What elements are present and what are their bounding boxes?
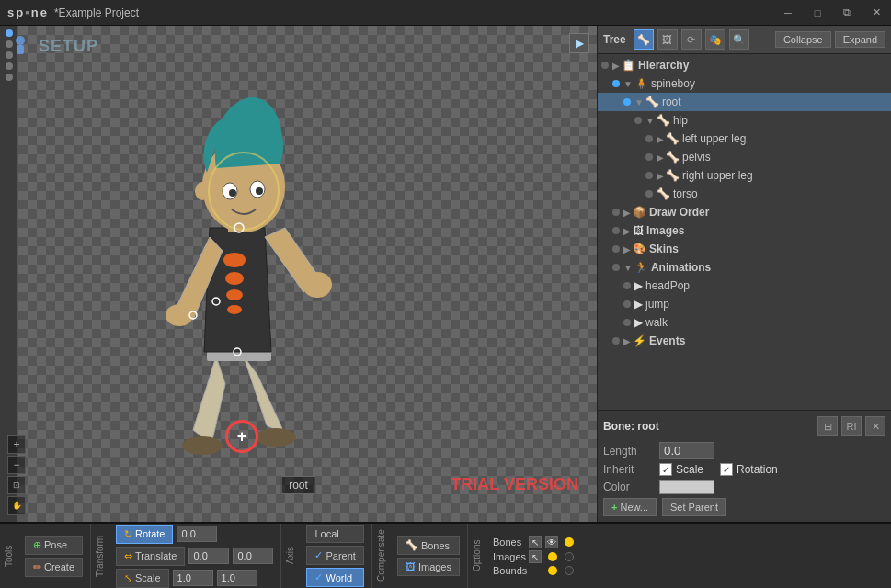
props-close[interactable]: ✕	[865, 416, 885, 436]
compensate-buttons: 🦴 Bones 🖼 Images	[390, 524, 468, 588]
rotate-button[interactable]: ↻ Rotate	[116, 525, 173, 544]
color-label: Color	[603, 481, 654, 493]
tree-row-images[interactable]: ▶ 🖼 Images	[598, 221, 891, 240]
project-title: *Example Project	[54, 6, 139, 19]
new-button[interactable]: + New...	[603, 498, 657, 516]
visibility-dot	[623, 98, 631, 106]
tree-row-left-upper-leg[interactable]: ▶ 🦴 left upper leg	[598, 130, 891, 148]
root-bone-target[interactable]	[225, 420, 258, 453]
length-label: Length	[603, 445, 654, 458]
tree-row-skins[interactable]: ▶ 🎨 Skins	[598, 240, 891, 258]
close-button[interactable]: ✕	[862, 0, 891, 26]
scale-y-value[interactable]	[217, 570, 257, 586]
scale-button[interactable]: ⤡ Scale	[116, 569, 169, 588]
color-picker[interactable]	[659, 480, 714, 494]
axis-buttons: Local ✓ Parent ✓ World	[299, 524, 371, 588]
world-button[interactable]: ✓ World	[306, 568, 363, 587]
visibility-dot	[623, 300, 631, 308]
character-icon	[7, 33, 33, 59]
bone-filter-btn[interactable]: 🦴	[634, 29, 654, 50]
viewport[interactable]: SETUP ▶	[0, 26, 597, 522]
zoom-in-button[interactable]: +	[7, 435, 26, 454]
bones-compensate-button[interactable]: 🦴 Bones	[397, 536, 460, 555]
visibility-dot	[623, 319, 631, 326]
tree-row-events[interactable]: ▶ ⚡ Events	[598, 332, 891, 350]
tree-row-right-upper-leg[interactable]: ▶ 🦴 right upper leg	[598, 166, 891, 185]
options-grid: Bones ↖ 👁 Images ↖ Bounds	[485, 524, 584, 588]
create-button[interactable]: ✏ Create	[25, 558, 83, 577]
bones-dot	[565, 537, 574, 547]
compensate-label: Compensate	[372, 524, 390, 588]
tree-row-animations[interactable]: ▼ 🏃 Animations	[598, 258, 891, 277]
image-filter-btn[interactable]: 🖼	[657, 29, 678, 50]
inherit-row: Inherit Scale Rotation	[603, 463, 885, 476]
tree-row-pelvis[interactable]: ▶ 🦴 pelvis	[598, 148, 891, 166]
tree-row-root[interactable]: ▼ 🦴 root	[598, 93, 891, 111]
tree-row-headpop[interactable]: ▶ headPop	[598, 277, 891, 295]
minimize-button[interactable]: ─	[773, 0, 803, 26]
play-button[interactable]: ▶	[569, 33, 589, 53]
path-filter-btn[interactable]: ⟳	[681, 29, 702, 50]
tree-row-jump[interactable]: ▶ jump	[598, 295, 891, 313]
tools-label: Tools	[0, 524, 17, 588]
tools-section: Tools ⊕ Pose ✏ Create	[0, 524, 91, 588]
collapse-button[interactable]: Collapse	[775, 31, 831, 48]
images-cursor-icon[interactable]: ↖	[529, 550, 542, 563]
bounds-opt-label: Bounds	[493, 565, 527, 576]
rotation-label: Rotation	[737, 463, 778, 476]
translate-y-value[interactable]	[233, 548, 273, 564]
scale-label: Scale	[676, 463, 703, 476]
length-input[interactable]	[659, 442, 714, 459]
images-dot	[548, 552, 557, 561]
svg-point-3	[182, 436, 223, 455]
svg-point-6	[223, 253, 246, 267]
tree-row-spineboy[interactable]: ▼ 🧍 spineboy	[598, 74, 891, 93]
bounds-dot	[548, 566, 557, 575]
app-logo: sp▪ne	[7, 6, 49, 19]
bottom-toolbar: Tools ⊕ Pose ✏ Create Transform ↻ Rot	[0, 522, 891, 588]
tree-row-draw-order[interactable]: ▶ 📦 Draw Order	[598, 203, 891, 221]
tool-indicator	[6, 74, 13, 81]
images-compensate-button[interactable]: 🖼 Images	[397, 558, 460, 576]
expand-button[interactable]: Expand	[835, 31, 885, 48]
translate-button[interactable]: ⇔ Translate	[116, 547, 185, 566]
tree-row-walk[interactable]: ▶ walk	[598, 313, 891, 332]
axis-label: Axis	[281, 524, 299, 588]
maximize-button[interactable]: □	[803, 0, 832, 26]
pose-button[interactable]: ⊕ Pose	[25, 536, 83, 555]
tree-row-torso[interactable]: 🦴 torso	[598, 185, 891, 203]
rotate-value[interactable]	[177, 526, 217, 542]
svg-point-7	[225, 272, 244, 285]
bones-eye-icon[interactable]: 👁	[545, 536, 558, 548]
rotation-checkbox[interactable]	[720, 463, 733, 476]
zoom-fit-button[interactable]: ⊡	[7, 476, 26, 494]
skin-filter-btn[interactable]: 🎭	[705, 29, 725, 50]
tool-indicator	[6, 62, 13, 70]
pan-button[interactable]: ✋	[7, 496, 26, 514]
visibility-dot	[612, 80, 620, 87]
svg-point-11	[303, 272, 332, 298]
color-row: Color	[603, 480, 885, 494]
options-label: Options	[468, 524, 485, 588]
scale-x-value[interactable]	[173, 570, 213, 586]
main-area: SETUP ▶	[0, 26, 891, 588]
visibility-dot	[645, 135, 653, 142]
set-parent-button[interactable]: Set Parent	[662, 498, 726, 516]
bounds-dot2	[565, 566, 574, 575]
props-icon2[interactable]: RI	[841, 416, 862, 436]
translate-x-value[interactable]	[188, 548, 229, 564]
local-button[interactable]: Local	[306, 525, 363, 543]
restore-button[interactable]: ⧉	[832, 0, 862, 26]
scale-checkbox[interactable]	[659, 463, 672, 476]
props-icon1[interactable]: ⊞	[817, 416, 838, 436]
tree-row-hierarchy[interactable]: ▶ 📋 Hierarchy	[598, 56, 891, 74]
tree-row-hip[interactable]: ▼ 🦴 hip	[598, 111, 891, 130]
transform-label: Transform	[91, 524, 109, 588]
parent-button[interactable]: ✓ Parent	[306, 546, 363, 565]
tree-body[interactable]: ▶ 📋 Hierarchy ▼ 🧍 spineboy ▼ 🦴 root	[598, 54, 891, 410]
visibility-dot	[645, 153, 653, 161]
window-controls: ─ □ ⧉ ✕	[773, 0, 891, 26]
search-filter-btn[interactable]: 🔍	[729, 29, 749, 50]
zoom-out-button[interactable]: −	[7, 456, 26, 474]
bones-cursor-icon[interactable]: ↖	[529, 536, 542, 548]
